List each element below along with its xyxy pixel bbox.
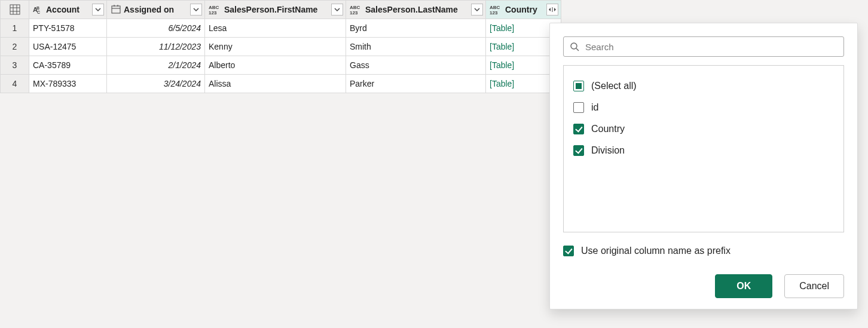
option-select-all[interactable]: (Select all): [573, 75, 834, 97]
row-number[interactable]: 3: [1, 56, 29, 75]
ok-button[interactable]: OK: [715, 274, 772, 298]
svg-text:123: 123: [209, 10, 217, 15]
cell-first[interactable]: Alberto: [205, 56, 346, 74]
cell-first[interactable]: Lesa: [205, 19, 346, 37]
prefix-label: Use original column name as prefix: [581, 246, 731, 256]
cell-last[interactable]: Byrd: [346, 19, 485, 37]
svg-text:B: B: [36, 6, 39, 10]
svg-text:C: C: [37, 10, 40, 14]
table-row[interactable]: 2 USA-12475 11/12/2023 Kenny Smith [Tabl…: [1, 38, 561, 56]
svg-text:ABC: ABC: [209, 5, 219, 10]
option-label: id: [591, 102, 598, 113]
row-number[interactable]: 1: [1, 19, 29, 38]
option-label: Country: [591, 124, 625, 134]
search-box[interactable]: [563, 36, 844, 57]
checkbox-checked[interactable]: [563, 246, 574, 256]
chevron-down-icon: [334, 7, 340, 13]
columns-listbox: (Select all) id Country Division: [563, 65, 844, 232]
cell-assigned[interactable]: 3/24/2024: [107, 75, 204, 93]
svg-point-19: [571, 43, 577, 49]
table-row[interactable]: 3 CA-35789 2/1/2024 Alberto Gass [Table]: [1, 56, 561, 75]
checkbox-indeterminate[interactable]: [573, 81, 584, 91]
prefix-option[interactable]: Use original column name as prefix: [563, 246, 844, 256]
column-header-account[interactable]: ABC Account: [29, 1, 107, 19]
checkbox-checked[interactable]: [573, 124, 584, 134]
expand-column-button[interactable]: [546, 4, 558, 16]
any-type-icon: ABC123: [209, 4, 222, 15]
chevron-down-icon: [474, 7, 480, 13]
cell-last[interactable]: Gass: [346, 56, 485, 74]
column-header-lastname[interactable]: ABC123 SalesPerson.LastName: [346, 1, 486, 19]
cancel-button[interactable]: Cancel: [784, 274, 844, 298]
column-header-firstname[interactable]: ABC123 SalesPerson.FirstName: [205, 1, 346, 19]
column-filter-dropdown[interactable]: [92, 4, 104, 16]
cell-first[interactable]: Alissa: [205, 75, 346, 93]
option-label: Division: [591, 145, 625, 156]
expand-icon: [548, 6, 557, 13]
column-header-assigned[interactable]: Assigned on: [107, 1, 205, 19]
data-table: ABC Account Assigned on: [0, 0, 561, 93]
table-icon: [10, 4, 20, 15]
table-row[interactable]: 4 MX-789333 3/24/2024 Alissa Parker [Tab…: [1, 75, 561, 93]
any-type-icon: ABC123: [490, 4, 503, 15]
search-input[interactable]: [584, 41, 838, 53]
svg-text:ABC: ABC: [490, 5, 500, 10]
svg-text:123: 123: [490, 10, 498, 15]
column-label: Country: [505, 5, 544, 14]
option-id[interactable]: id: [573, 97, 834, 118]
checkbox-checked[interactable]: [573, 145, 584, 156]
column-header-country[interactable]: ABC123 Country: [486, 1, 561, 19]
expand-columns-popup: (Select all) id Country Division Use ori…: [549, 23, 858, 309]
option-country[interactable]: Country: [573, 118, 834, 140]
option-label: (Select all): [591, 81, 637, 91]
button-row: OK Cancel: [563, 274, 844, 298]
svg-text:ABC: ABC: [350, 5, 360, 10]
cell-last[interactable]: Parker: [346, 75, 485, 93]
svg-rect-0: [10, 5, 20, 14]
cell-account[interactable]: CA-35789: [29, 56, 106, 74]
text-type-icon: ABC: [33, 4, 44, 15]
column-label: SalesPerson.FirstName: [224, 5, 329, 14]
row-number[interactable]: 2: [1, 38, 29, 56]
column-label: Assigned on: [124, 5, 188, 14]
cell-assigned[interactable]: 11/12/2023: [107, 38, 204, 56]
cell-assigned[interactable]: 2/1/2024: [107, 56, 204, 74]
cell-account[interactable]: MX-789333: [29, 75, 106, 93]
chevron-down-icon: [193, 7, 199, 13]
table-row[interactable]: 1 PTY-51578 6/5/2024 Lesa Byrd [Table]: [1, 19, 561, 38]
column-label: Account: [46, 5, 90, 14]
cell-first[interactable]: Kenny: [205, 38, 346, 56]
chevron-down-icon: [95, 7, 101, 13]
svg-line-20: [576, 48, 579, 51]
cell-account[interactable]: PTY-51578: [29, 19, 106, 37]
row-number[interactable]: 4: [1, 75, 29, 93]
column-filter-dropdown[interactable]: [190, 4, 202, 16]
column-label: SalesPerson.LastName: [365, 5, 469, 14]
cell-last[interactable]: Smith: [346, 38, 485, 56]
date-type-icon: [111, 4, 121, 15]
cell-assigned[interactable]: 6/5/2024: [107, 19, 204, 37]
svg-text:123: 123: [350, 10, 358, 15]
checkbox-unchecked[interactable]: [573, 102, 584, 113]
search-icon: [570, 42, 579, 51]
option-division[interactable]: Division: [573, 140, 834, 161]
cell-account[interactable]: USA-12475: [29, 38, 106, 56]
column-filter-dropdown[interactable]: [471, 4, 483, 16]
any-type-icon: ABC123: [350, 4, 363, 15]
select-all-corner[interactable]: [1, 1, 29, 19]
column-filter-dropdown[interactable]: [331, 4, 343, 16]
svg-rect-8: [112, 6, 120, 13]
